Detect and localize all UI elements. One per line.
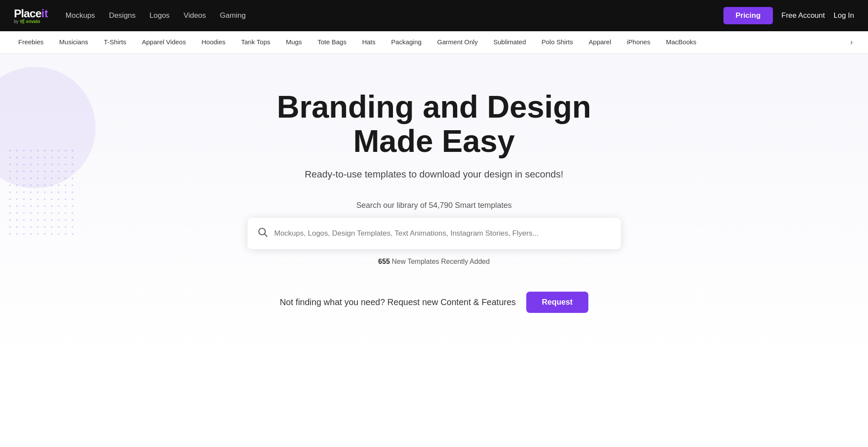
new-templates-text: New Templates Recently Added <box>390 258 490 265</box>
request-button[interactable]: Request <box>526 292 588 313</box>
logo[interactable]: Place it by 🌿 envato <box>14 8 48 24</box>
nav-link-designs[interactable]: Designs <box>109 11 135 20</box>
nav-link-mockups[interactable]: Mockups <box>66 11 95 20</box>
subnav-item-sublimated[interactable]: Sublimated <box>485 31 534 54</box>
deco-circle <box>0 67 96 188</box>
subnav-right-arrow[interactable]: › <box>845 36 858 49</box>
new-templates-count: 655 <box>378 258 390 265</box>
svg-rect-1 <box>9 149 78 236</box>
nav-link-logos[interactable]: Logos <box>149 11 169 20</box>
nav-links: Mockups Designs Logos Videos Gaming <box>66 11 723 20</box>
logo-envato: 🌿 envato <box>20 19 40 24</box>
hero-subtitle: Ready-to-use templates to download your … <box>305 169 564 180</box>
nav-actions: Pricing Free Account Log In <box>723 7 854 24</box>
subnav: Freebies Musicians T-Shirts Apparel Vide… <box>0 31 868 54</box>
deco-dots <box>9 149 78 236</box>
logo-place: Place <box>14 8 41 19</box>
login-button[interactable]: Log In <box>834 11 854 20</box>
subnav-item-apparel[interactable]: Apparel <box>581 31 619 54</box>
subnav-item-mugs[interactable]: Mugs <box>278 31 310 54</box>
pricing-button[interactable]: Pricing <box>723 7 773 24</box>
new-templates-label: 655 New Templates Recently Added <box>378 258 490 266</box>
logo-it: it <box>41 8 48 19</box>
subnav-item-freebies[interactable]: Freebies <box>10 31 51 54</box>
subnav-item-tshirts[interactable]: T-Shirts <box>96 31 134 54</box>
subnav-item-hoodies[interactable]: Hoodies <box>194 31 233 54</box>
subnav-item-hats[interactable]: Hats <box>354 31 383 54</box>
hero-section: Branding and Design Made Easy Ready-to-u… <box>0 54 868 358</box>
nav-link-gaming[interactable]: Gaming <box>220 11 246 20</box>
search-icon <box>258 227 267 240</box>
subnav-item-packaging[interactable]: Packaging <box>383 31 429 54</box>
subnav-item-garment-only[interactable]: Garment Only <box>429 31 485 54</box>
subnav-item-polo-shirts[interactable]: Polo Shirts <box>534 31 581 54</box>
subnav-item-iphones[interactable]: iPhones <box>619 31 658 54</box>
svg-line-3 <box>264 234 267 237</box>
nav-link-videos[interactable]: Videos <box>184 11 206 20</box>
bottom-cta: Not finding what you need? Request new C… <box>280 292 588 313</box>
subnav-item-musicians[interactable]: Musicians <box>51 31 96 54</box>
hero-search-label: Search our library of 54,790 Smart templ… <box>356 201 512 210</box>
logo-by: by 🌿 envato <box>14 20 48 24</box>
subnav-item-tank-tops[interactable]: Tank Tops <box>233 31 278 54</box>
free-account-button[interactable]: Free Account <box>782 11 825 20</box>
hero-title: Branding and Design Made Easy <box>239 90 630 158</box>
subnav-items: Freebies Musicians T-Shirts Apparel Vide… <box>10 31 845 54</box>
cta-text: Not finding what you need? Request new C… <box>280 297 516 307</box>
search-input[interactable] <box>274 229 611 238</box>
subnav-item-tote-bags[interactable]: Tote Bags <box>310 31 354 54</box>
subnav-item-macbooks[interactable]: MacBooks <box>658 31 704 54</box>
search-container <box>248 218 621 249</box>
navbar: Place it by 🌿 envato Mockups Designs Log… <box>0 0 868 31</box>
subnav-item-apparel-videos[interactable]: Apparel Videos <box>134 31 194 54</box>
